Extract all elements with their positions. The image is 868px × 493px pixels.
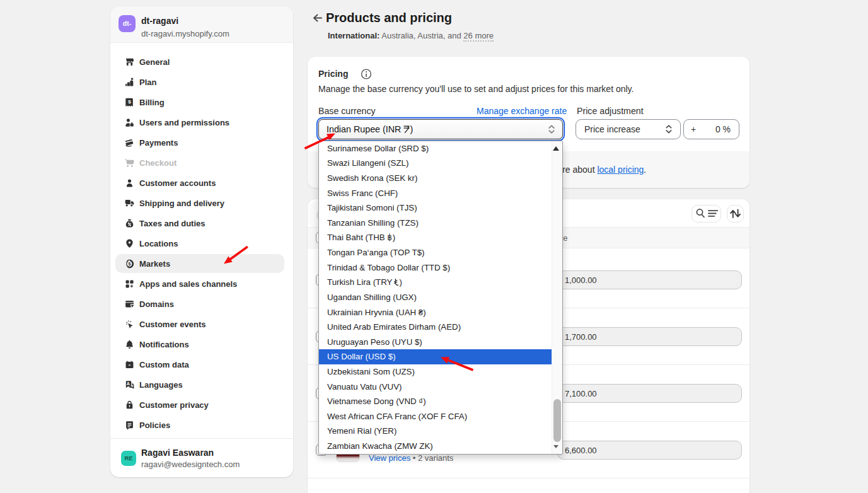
svg-text:$: $ — [128, 99, 131, 105]
svg-text:A: A — [127, 380, 130, 386]
svg-text:$: $ — [128, 261, 131, 267]
